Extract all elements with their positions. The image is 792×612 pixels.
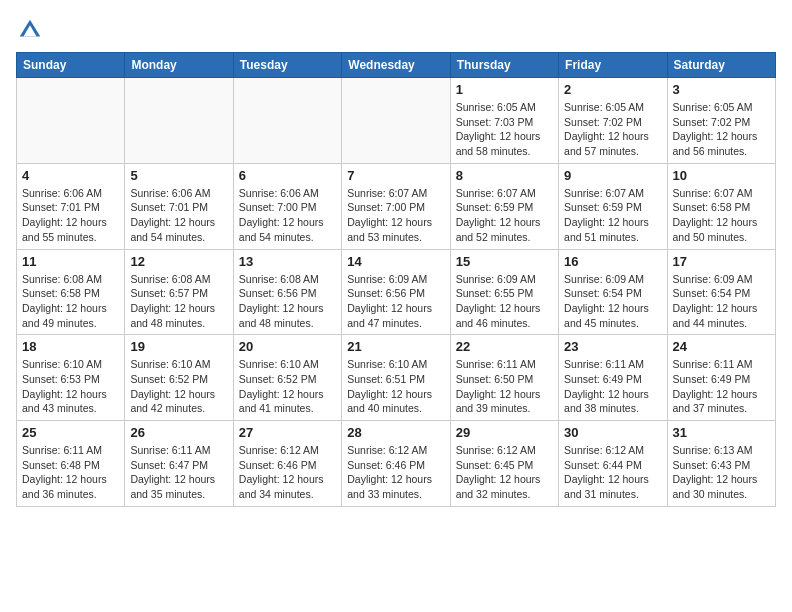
day-number: 3 — [673, 82, 770, 97]
day-number: 19 — [130, 339, 227, 354]
day-info: Sunrise: 6:12 AMSunset: 6:46 PMDaylight:… — [239, 443, 336, 502]
day-number: 26 — [130, 425, 227, 440]
day-number: 30 — [564, 425, 661, 440]
day-cell: 8Sunrise: 6:07 AMSunset: 6:59 PMDaylight… — [450, 163, 558, 249]
day-number: 13 — [239, 254, 336, 269]
day-cell: 4Sunrise: 6:06 AMSunset: 7:01 PMDaylight… — [17, 163, 125, 249]
day-number: 12 — [130, 254, 227, 269]
day-info: Sunrise: 6:07 AMSunset: 6:59 PMDaylight:… — [564, 186, 661, 245]
day-cell: 24Sunrise: 6:11 AMSunset: 6:49 PMDayligh… — [667, 335, 775, 421]
day-cell: 6Sunrise: 6:06 AMSunset: 7:00 PMDaylight… — [233, 163, 341, 249]
day-number: 21 — [347, 339, 444, 354]
day-info: Sunrise: 6:09 AMSunset: 6:55 PMDaylight:… — [456, 272, 553, 331]
weekday-saturday: Saturday — [667, 53, 775, 78]
week-row-2: 4Sunrise: 6:06 AMSunset: 7:01 PMDaylight… — [17, 163, 776, 249]
day-cell — [342, 78, 450, 164]
day-info: Sunrise: 6:10 AMSunset: 6:52 PMDaylight:… — [130, 357, 227, 416]
day-number: 8 — [456, 168, 553, 183]
day-number: 15 — [456, 254, 553, 269]
day-cell — [233, 78, 341, 164]
day-info: Sunrise: 6:11 AMSunset: 6:49 PMDaylight:… — [673, 357, 770, 416]
day-cell: 23Sunrise: 6:11 AMSunset: 6:49 PMDayligh… — [559, 335, 667, 421]
day-number: 4 — [22, 168, 119, 183]
calendar-body: 1Sunrise: 6:05 AMSunset: 7:03 PMDaylight… — [17, 78, 776, 507]
week-row-5: 25Sunrise: 6:11 AMSunset: 6:48 PMDayligh… — [17, 421, 776, 507]
weekday-wednesday: Wednesday — [342, 53, 450, 78]
day-cell: 12Sunrise: 6:08 AMSunset: 6:57 PMDayligh… — [125, 249, 233, 335]
day-info: Sunrise: 6:05 AMSunset: 7:02 PMDaylight:… — [673, 100, 770, 159]
day-cell: 17Sunrise: 6:09 AMSunset: 6:54 PMDayligh… — [667, 249, 775, 335]
day-cell — [17, 78, 125, 164]
day-number: 27 — [239, 425, 336, 440]
day-cell: 14Sunrise: 6:09 AMSunset: 6:56 PMDayligh… — [342, 249, 450, 335]
day-number: 24 — [673, 339, 770, 354]
day-info: Sunrise: 6:09 AMSunset: 6:54 PMDaylight:… — [673, 272, 770, 331]
day-cell: 22Sunrise: 6:11 AMSunset: 6:50 PMDayligh… — [450, 335, 558, 421]
day-number: 18 — [22, 339, 119, 354]
day-info: Sunrise: 6:08 AMSunset: 6:58 PMDaylight:… — [22, 272, 119, 331]
day-number: 20 — [239, 339, 336, 354]
day-number: 29 — [456, 425, 553, 440]
day-number: 25 — [22, 425, 119, 440]
day-info: Sunrise: 6:07 AMSunset: 6:59 PMDaylight:… — [456, 186, 553, 245]
day-cell: 30Sunrise: 6:12 AMSunset: 6:44 PMDayligh… — [559, 421, 667, 507]
weekday-monday: Monday — [125, 53, 233, 78]
day-cell: 13Sunrise: 6:08 AMSunset: 6:56 PMDayligh… — [233, 249, 341, 335]
day-info: Sunrise: 6:10 AMSunset: 6:51 PMDaylight:… — [347, 357, 444, 416]
day-info: Sunrise: 6:10 AMSunset: 6:52 PMDaylight:… — [239, 357, 336, 416]
weekday-sunday: Sunday — [17, 53, 125, 78]
day-number: 5 — [130, 168, 227, 183]
day-info: Sunrise: 6:08 AMSunset: 6:57 PMDaylight:… — [130, 272, 227, 331]
day-cell: 7Sunrise: 6:07 AMSunset: 7:00 PMDaylight… — [342, 163, 450, 249]
day-number: 6 — [239, 168, 336, 183]
day-cell: 21Sunrise: 6:10 AMSunset: 6:51 PMDayligh… — [342, 335, 450, 421]
day-info: Sunrise: 6:06 AMSunset: 7:01 PMDaylight:… — [130, 186, 227, 245]
day-info: Sunrise: 6:07 AMSunset: 6:58 PMDaylight:… — [673, 186, 770, 245]
day-number: 2 — [564, 82, 661, 97]
day-cell: 26Sunrise: 6:11 AMSunset: 6:47 PMDayligh… — [125, 421, 233, 507]
day-info: Sunrise: 6:09 AMSunset: 6:56 PMDaylight:… — [347, 272, 444, 331]
day-number: 16 — [564, 254, 661, 269]
day-cell: 2Sunrise: 6:05 AMSunset: 7:02 PMDaylight… — [559, 78, 667, 164]
day-cell: 1Sunrise: 6:05 AMSunset: 7:03 PMDaylight… — [450, 78, 558, 164]
day-info: Sunrise: 6:06 AMSunset: 7:00 PMDaylight:… — [239, 186, 336, 245]
day-number: 31 — [673, 425, 770, 440]
day-cell: 5Sunrise: 6:06 AMSunset: 7:01 PMDaylight… — [125, 163, 233, 249]
day-info: Sunrise: 6:11 AMSunset: 6:49 PMDaylight:… — [564, 357, 661, 416]
day-cell: 16Sunrise: 6:09 AMSunset: 6:54 PMDayligh… — [559, 249, 667, 335]
day-cell: 28Sunrise: 6:12 AMSunset: 6:46 PMDayligh… — [342, 421, 450, 507]
day-number: 11 — [22, 254, 119, 269]
day-cell: 3Sunrise: 6:05 AMSunset: 7:02 PMDaylight… — [667, 78, 775, 164]
day-cell: 25Sunrise: 6:11 AMSunset: 6:48 PMDayligh… — [17, 421, 125, 507]
page-header — [16, 16, 776, 44]
day-info: Sunrise: 6:08 AMSunset: 6:56 PMDaylight:… — [239, 272, 336, 331]
week-row-1: 1Sunrise: 6:05 AMSunset: 7:03 PMDaylight… — [17, 78, 776, 164]
logo — [16, 16, 48, 44]
day-info: Sunrise: 6:07 AMSunset: 7:00 PMDaylight:… — [347, 186, 444, 245]
week-row-4: 18Sunrise: 6:10 AMSunset: 6:53 PMDayligh… — [17, 335, 776, 421]
day-number: 1 — [456, 82, 553, 97]
weekday-thursday: Thursday — [450, 53, 558, 78]
day-info: Sunrise: 6:12 AMSunset: 6:46 PMDaylight:… — [347, 443, 444, 502]
day-number: 7 — [347, 168, 444, 183]
day-info: Sunrise: 6:13 AMSunset: 6:43 PMDaylight:… — [673, 443, 770, 502]
calendar-table: SundayMondayTuesdayWednesdayThursdayFrid… — [16, 52, 776, 507]
day-cell: 15Sunrise: 6:09 AMSunset: 6:55 PMDayligh… — [450, 249, 558, 335]
day-info: Sunrise: 6:11 AMSunset: 6:50 PMDaylight:… — [456, 357, 553, 416]
day-info: Sunrise: 6:06 AMSunset: 7:01 PMDaylight:… — [22, 186, 119, 245]
day-info: Sunrise: 6:05 AMSunset: 7:03 PMDaylight:… — [456, 100, 553, 159]
day-info: Sunrise: 6:12 AMSunset: 6:44 PMDaylight:… — [564, 443, 661, 502]
week-row-3: 11Sunrise: 6:08 AMSunset: 6:58 PMDayligh… — [17, 249, 776, 335]
day-info: Sunrise: 6:09 AMSunset: 6:54 PMDaylight:… — [564, 272, 661, 331]
day-info: Sunrise: 6:10 AMSunset: 6:53 PMDaylight:… — [22, 357, 119, 416]
day-info: Sunrise: 6:11 AMSunset: 6:47 PMDaylight:… — [130, 443, 227, 502]
weekday-header-row: SundayMondayTuesdayWednesdayThursdayFrid… — [17, 53, 776, 78]
day-number: 23 — [564, 339, 661, 354]
day-info: Sunrise: 6:12 AMSunset: 6:45 PMDaylight:… — [456, 443, 553, 502]
day-cell: 29Sunrise: 6:12 AMSunset: 6:45 PMDayligh… — [450, 421, 558, 507]
weekday-friday: Friday — [559, 53, 667, 78]
day-number: 10 — [673, 168, 770, 183]
day-number: 14 — [347, 254, 444, 269]
logo-icon — [16, 16, 44, 44]
weekday-tuesday: Tuesday — [233, 53, 341, 78]
